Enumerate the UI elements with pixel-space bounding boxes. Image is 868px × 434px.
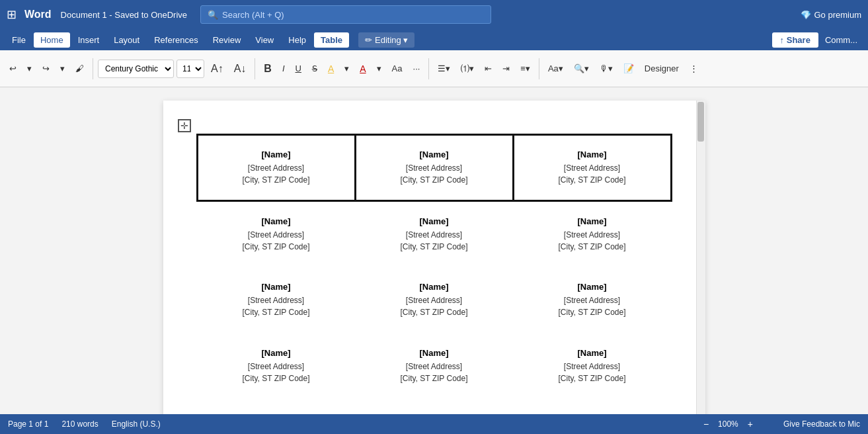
cell-name: [Name] <box>202 348 350 358</box>
cell-address: [Street Address] <box>518 229 666 241</box>
cell-city: [City, ST ZIP Code] <box>518 372 666 384</box>
alignment[interactable]: ≡▾ <box>516 61 534 76</box>
menu-references[interactable]: References <box>147 32 204 48</box>
cell-address: [Street Address] <box>362 162 507 174</box>
label-cell[interactable]: [Name] [Street Address] [City, ST ZIP Co… <box>513 201 671 267</box>
cell-city: [City, ST ZIP Code] <box>202 306 350 318</box>
cell-city: [City, ST ZIP Code] <box>360 241 508 253</box>
highlight-dropdown[interactable]: ▾ <box>340 61 353 76</box>
cell-address: [Street Address] <box>520 162 665 174</box>
comment-button[interactable]: Comm... <box>820 32 863 48</box>
feedback-text[interactable]: Give Feedback to Mic <box>783 419 860 429</box>
redo-button[interactable]: ↪ <box>38 61 54 76</box>
strikethrough-button[interactable]: S̶ <box>308 61 321 76</box>
font-selector[interactable]: Century Gothic... <box>98 60 174 78</box>
share-icon: ↑ <box>780 35 785 45</box>
grid-icon[interactable]: ⊞ <box>7 7 17 22</box>
cell-address: [Street Address] <box>202 361 350 372</box>
find-replace[interactable]: 🔍▾ <box>570 61 593 76</box>
zoom-level: 100% <box>718 419 738 429</box>
underline-button[interactable]: U <box>292 61 305 76</box>
cell-address: [Street Address] <box>202 294 350 306</box>
decrease-indent[interactable]: ⇤ <box>481 61 496 76</box>
search-box[interactable]: 🔍 Search (Alt + Q) <box>200 5 491 24</box>
italic-button[interactable]: I <box>278 61 289 76</box>
cell-city: [City, ST ZIP Code] <box>360 372 508 384</box>
label-cell[interactable]: [Name] [Street Address] [City, ST ZIP Co… <box>513 333 671 400</box>
menu-home[interactable]: Home <box>34 32 70 48</box>
editing-icon: ✏ <box>365 35 372 45</box>
label-cell[interactable]: [Name] <box>197 400 355 415</box>
label-cell[interactable]: [Name] [Street Address] [City, ST ZIP Co… <box>197 267 355 333</box>
label-cell[interactable]: [Name] [Street Address] [City, ST ZIP Co… <box>197 201 355 267</box>
menu-layout[interactable]: Layout <box>107 32 146 48</box>
menu-help[interactable]: Help <box>282 32 313 48</box>
numbered-list[interactable]: ⑴▾ <box>457 60 478 77</box>
cell-name: [Name] <box>518 282 666 292</box>
bold-button[interactable]: B <box>260 60 276 77</box>
menu-view[interactable]: View <box>249 32 280 48</box>
font-color-dropdown[interactable]: ▾ <box>373 61 385 76</box>
undo-dropdown[interactable]: ▾ <box>23 61 36 76</box>
table-move-handle[interactable]: ✛ <box>178 119 191 132</box>
word-count: 210 words <box>61 419 98 429</box>
zoom-area: − 100% + <box>699 416 757 432</box>
table-row[interactable]: [Name] [Street Address] [City, ST ZIP Co… <box>197 201 671 267</box>
zoom-in[interactable]: + <box>744 416 757 432</box>
table-row[interactable]: [Name] [Street Address] [City, ST ZIP Co… <box>197 267 671 333</box>
share-button[interactable]: ↑ Share <box>772 32 818 48</box>
cell-name: [Name] <box>518 348 666 358</box>
title-bar: ⊞ Word Document 1 - Saved to OneDrive 🔍 … <box>0 0 868 29</box>
go-premium-button[interactable]: 💎 Go premium <box>801 10 861 20</box>
label-cell[interactable]: [Name] [Street Address] [City, ST ZIP Co… <box>513 267 671 333</box>
label-cell[interactable]: [Name] [Street Address] [City, ST ZIP Co… <box>355 333 513 400</box>
font-size-selector[interactable]: 11 <box>177 60 204 78</box>
label-cell[interactable]: [Name] [Street Address] [City, ST ZIP Co… <box>355 267 513 333</box>
more-formats[interactable]: ··· <box>409 61 424 76</box>
menu-file[interactable]: File <box>5 32 32 48</box>
undo-button[interactable]: ↩ <box>5 61 20 76</box>
redo-dropdown[interactable]: ▾ <box>56 61 69 76</box>
cell-city: [City, ST ZIP Code] <box>362 174 507 186</box>
share-label: Share <box>787 35 810 45</box>
table-row[interactable]: [Name] [Street Address] [City, ST ZIP Co… <box>197 135 671 201</box>
editor[interactable]: 📝 <box>619 61 638 76</box>
scroll-thumb[interactable] <box>697 102 704 142</box>
label-table: [Name] [Street Address] [City, ST ZIP Co… <box>196 134 672 414</box>
label-cell[interactable]: [Name] [Street Address] [City, ST ZIP Co… <box>355 135 513 201</box>
menu-table[interactable]: Table <box>314 32 349 48</box>
clear-format[interactable]: Aa <box>388 61 407 76</box>
designer-button[interactable]: Designer <box>641 61 683 76</box>
styles-dropdown[interactable]: Aa▾ <box>544 61 567 76</box>
cell-name: [Name] <box>360 348 508 358</box>
menu-insert[interactable]: Insert <box>71 32 106 48</box>
document-area: ✛ [Name] [Street Address] [City, ST ZIP … <box>0 87 868 414</box>
table-row[interactable]: [Name] [Street Address] [City, ST ZIP Co… <box>197 333 671 400</box>
label-cell[interactable]: [Name] <box>513 400 671 415</box>
editing-button[interactable]: ✏ Editing ▾ <box>358 32 414 48</box>
cell-city: [City, ST ZIP Code] <box>202 372 350 384</box>
sep2 <box>255 58 255 79</box>
label-cell[interactable]: [Name] [Street Address] [City, ST ZIP Co… <box>513 135 671 201</box>
cell-city: [City, ST ZIP Code] <box>204 174 349 186</box>
font-color-button[interactable]: A <box>356 61 370 77</box>
more-ribbon[interactable]: ⋮ <box>686 61 702 76</box>
label-cell[interactable]: [Name] <box>355 400 513 415</box>
format-painter[interactable]: 🖌 <box>71 61 88 76</box>
label-cell[interactable]: [Name] [Street Address] [City, ST ZIP Co… <box>197 333 355 400</box>
highlight-button[interactable]: A <box>324 61 338 77</box>
cell-name: [Name] <box>360 282 508 292</box>
bullet-list[interactable]: ☰▾ <box>434 61 454 76</box>
doc-title: Document 1 - Saved to OneDrive <box>61 10 187 20</box>
font-shrink[interactable]: A↓ <box>230 60 251 77</box>
zoom-out[interactable]: − <box>699 416 713 432</box>
increase-indent[interactable]: ⇥ <box>498 61 514 76</box>
scroll-bar[interactable] <box>696 101 705 414</box>
label-cell[interactable]: [Name] [Street Address] [City, ST ZIP Co… <box>355 201 513 267</box>
font-grow[interactable]: A↑ <box>207 60 227 77</box>
dictate[interactable]: 🎙▾ <box>596 61 617 76</box>
menu-review[interactable]: Review <box>206 32 248 48</box>
cell-name: [Name] <box>202 216 350 226</box>
table-row[interactable]: [Name] [Name] [Name] <box>197 400 671 415</box>
label-cell[interactable]: [Name] [Street Address] [City, ST ZIP Co… <box>197 135 355 201</box>
